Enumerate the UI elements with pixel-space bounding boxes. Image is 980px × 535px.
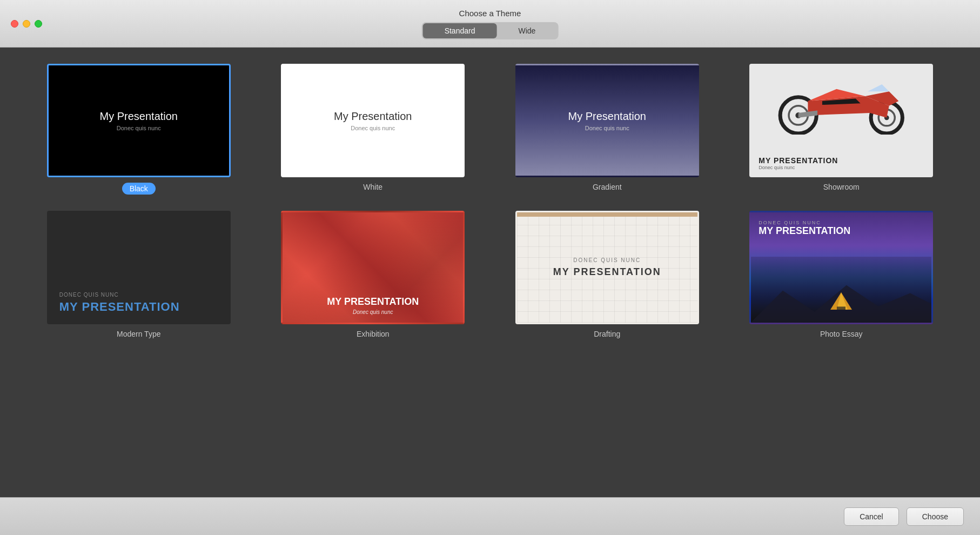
close-button[interactable] (11, 20, 18, 28)
standard-button[interactable]: Standard (423, 23, 497, 38)
photo-essay-title: MY PRESENTATION (759, 225, 850, 237)
drafting-subtitle: DONEC QUIS NUNC (573, 257, 641, 263)
drafting-border (517, 212, 697, 217)
theme-preview-black[interactable]: My Presentation Donec quis nunc (47, 64, 231, 177)
modern-type-subtitle: DONEC QUIS NUNC (59, 292, 119, 298)
theme-item-drafting[interactable]: DONEC QUIS NUNC MY PRESENTATION Drafting (501, 211, 714, 338)
drafting-label: Drafting (594, 330, 620, 338)
maximize-button[interactable] (35, 20, 42, 28)
theme-preview-white[interactable]: My Presentation Donec quis nunc (281, 64, 465, 177)
theme-preview-showroom[interactable]: MY PRESENTATION Donec quis nunc (749, 64, 933, 177)
modern-type-title: MY PRESENTATION (59, 300, 180, 314)
theme-item-modern-type[interactable]: DONEC QUIS NUNC MY PRESENTATION Modern T… (32, 211, 245, 338)
themes-container: My Presentation Donec quis nunc Black My… (0, 48, 980, 497)
themes-grid: My Presentation Donec quis nunc Black My… (32, 64, 948, 338)
aspect-ratio-selector: Standard Wide (422, 22, 559, 39)
theme-preview-drafting[interactable]: DONEC QUIS NUNC MY PRESENTATION (515, 211, 699, 324)
exhibition-label: Exhibition (357, 330, 390, 338)
showroom-title: MY PRESENTATION (759, 156, 838, 165)
black-subtitle: Donec quis nunc (117, 125, 161, 131)
minimize-button[interactable] (23, 20, 30, 28)
choose-button[interactable]: Choose (907, 507, 964, 526)
theme-item-white[interactable]: My Presentation Donec quis nunc White (267, 64, 480, 195)
gradient-title: My Presentation (568, 110, 646, 123)
window-controls (11, 20, 42, 28)
theme-item-showroom[interactable]: MY PRESENTATION Donec quis nunc Showroom (735, 64, 948, 195)
cancel-button[interactable]: Cancel (844, 507, 899, 526)
theme-item-photo-essay[interactable]: DONEC QUIS NUNC MY PRESENTATION Photo Es… (735, 211, 948, 338)
photo-essay-subtitle: DONEC QUIS NUNC (759, 220, 821, 225)
showroom-text: MY PRESENTATION Donec quis nunc (759, 156, 838, 170)
exhibition-title: MY PRESENTATION (327, 296, 419, 307)
photo-essay-label: Photo Essay (820, 330, 863, 338)
theme-preview-exhibition[interactable]: MY PRESENTATION Donec quis nunc (281, 211, 465, 324)
showroom-subtitle: Donec quis nunc (759, 165, 838, 170)
bottom-bar: Cancel Choose (0, 497, 980, 535)
theme-preview-photo-essay[interactable]: DONEC QUIS NUNC MY PRESENTATION (749, 211, 933, 324)
exhibition-subtitle: Donec quis nunc (353, 309, 393, 315)
dialog-title: Choose a Theme (459, 9, 521, 18)
showroom-label: Showroom (823, 183, 860, 191)
modern-type-label: Modern Type (117, 330, 160, 338)
theme-item-exhibition[interactable]: MY PRESENTATION Donec quis nunc Exhibiti… (267, 211, 480, 338)
black-badge: Black (122, 183, 156, 195)
showroom-bike-image (751, 65, 931, 137)
theme-preview-modern-type[interactable]: DONEC QUIS NUNC MY PRESENTATION (47, 211, 231, 324)
title-bar: Choose a Theme Standard Wide (0, 0, 980, 48)
theme-item-gradient[interactable]: My Presentation Donec quis nunc Gradient (501, 64, 714, 195)
drafting-title: MY PRESENTATION (553, 266, 661, 278)
theme-item-black[interactable]: My Presentation Donec quis nunc Black (32, 64, 245, 195)
white-subtitle: Donec quis nunc (351, 125, 395, 131)
white-title: My Presentation (334, 110, 412, 123)
white-label: White (363, 183, 382, 191)
gradient-label: Gradient (593, 183, 622, 191)
black-title: My Presentation (99, 110, 178, 123)
theme-preview-gradient[interactable]: My Presentation Donec quis nunc (515, 64, 699, 177)
wide-button[interactable]: Wide (496, 23, 557, 38)
svg-rect-8 (837, 306, 845, 310)
gradient-subtitle: Donec quis nunc (585, 125, 629, 131)
